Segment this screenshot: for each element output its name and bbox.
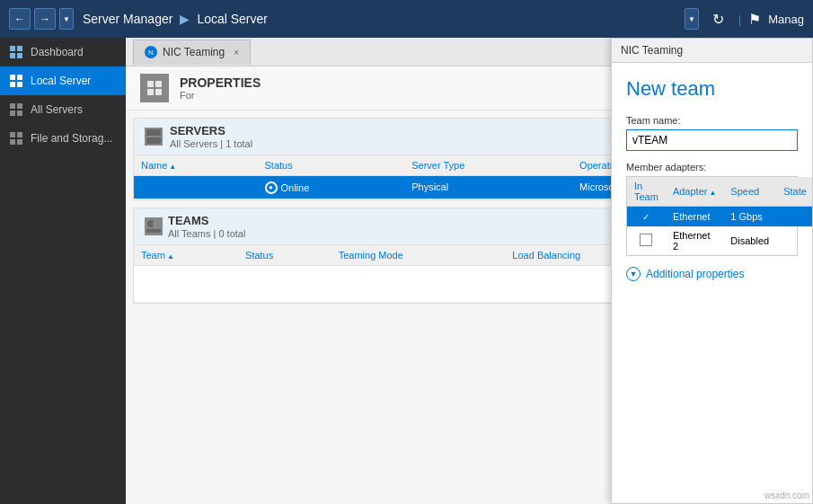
team-name-input[interactable] xyxy=(626,129,798,151)
expand-icon: ▼ xyxy=(626,267,641,281)
additional-properties-label: Additional properties xyxy=(646,268,744,280)
cell-checkbox[interactable] xyxy=(627,226,666,255)
svg-rect-8 xyxy=(146,229,161,233)
cell-name xyxy=(134,176,258,199)
refresh-button[interactable]: ↻ xyxy=(706,6,731,31)
unchecked-checkbox-icon xyxy=(640,234,652,246)
checked-checkbox-icon: ✓ xyxy=(640,210,652,223)
online-circle-icon: ● xyxy=(265,181,278,194)
modal-title: NIC Teaming xyxy=(621,44,683,57)
col-speed[interactable]: Speed xyxy=(723,177,776,207)
teams-title-block: TEAMS All Teams | 0 total xyxy=(168,214,245,239)
nic-teaming-modal: NIC Teaming New team Team name: Member a… xyxy=(611,38,813,504)
nic-teaming-tab-label: NIC Teaming xyxy=(163,46,225,58)
col-in-team[interactable]: In Team xyxy=(627,177,666,207)
member-adapters-table: In Team Adapter▲ Speed State Reason ✓ xyxy=(627,177,812,255)
servers-title: SERVERS xyxy=(170,124,252,137)
team-name-label: Team name: xyxy=(626,115,798,126)
cell-speed: Disabled xyxy=(723,226,776,255)
member-table-body: ✓ Ethernet 1 Gbps xyxy=(627,207,812,256)
title-separator: ▶ xyxy=(180,12,190,26)
cell-adapter: Ethernet xyxy=(666,207,723,227)
properties-text: PROPERTIES For xyxy=(180,75,261,101)
servers-subtitle: All Servers | 1 total xyxy=(170,138,252,149)
sidebar: Dashboard Local Server xyxy=(0,38,126,504)
cell-state xyxy=(776,226,812,255)
member-adapters-label: Member adapters: xyxy=(626,162,798,172)
cell-server-type: Physical xyxy=(404,176,572,199)
sidebar-item-label: Dashboard xyxy=(31,46,84,58)
svg-rect-3 xyxy=(155,89,162,95)
modal-content: New team Team name: Member adapters: In … xyxy=(612,63,812,503)
properties-icon xyxy=(140,74,169,102)
svg-rect-0 xyxy=(147,81,154,87)
properties-title: PROPERTIES xyxy=(180,75,261,90)
online-status: ● Online xyxy=(265,181,310,194)
svg-rect-4 xyxy=(146,129,161,136)
manage-label: Manag xyxy=(768,13,804,26)
sidebar-item-local-server[interactable]: Local Server xyxy=(0,66,126,95)
watermark: wsxdn.com xyxy=(764,491,809,500)
all-servers-icon xyxy=(9,102,23,117)
cell-status: ● Online xyxy=(258,176,405,199)
col-adapter[interactable]: Adapter▲ xyxy=(666,177,723,207)
sidebar-item-label: File and Storag... xyxy=(31,132,112,145)
cell-adapter: Ethernet 2 xyxy=(666,226,723,255)
table-row[interactable]: ✓ Ethernet 1 Gbps xyxy=(627,207,812,227)
location-title: Local Server xyxy=(197,12,268,26)
col-teaming-mode[interactable]: Teaming Mode xyxy=(331,245,506,266)
teams-icon xyxy=(145,217,163,235)
main-layout: Dashboard Local Server xyxy=(0,38,813,504)
additional-properties-toggle[interactable]: ▼ Additional properties xyxy=(626,267,798,281)
modal-title-bar: NIC Teaming xyxy=(612,39,812,63)
member-table-header: In Team Adapter▲ Speed State Reason xyxy=(627,177,812,207)
app-title: Server Manager xyxy=(83,12,172,26)
nic-teaming-tab-icon: N xyxy=(145,46,157,58)
svg-point-7 xyxy=(153,220,160,227)
divider: | xyxy=(738,13,741,26)
sidebar-item-label: Local Server xyxy=(31,75,91,87)
servers-title-block: SERVERS All Servers | 1 total xyxy=(170,124,252,149)
sidebar-item-file-storage[interactable]: File and Storag... xyxy=(0,124,126,153)
location-dropdown[interactable]: ▼ xyxy=(685,8,699,30)
teams-subtitle: All Teams | 0 total xyxy=(168,228,245,239)
tab-close-button[interactable]: × xyxy=(234,48,239,57)
new-team-title: New team xyxy=(626,77,798,101)
cell-speed: 1 Gbps xyxy=(723,207,776,227)
svg-rect-1 xyxy=(155,81,162,87)
nav-controls[interactable]: ← → ▼ xyxy=(9,8,74,30)
col-state[interactable]: State xyxy=(776,177,812,207)
file-storage-icon xyxy=(9,131,23,146)
col-team-status[interactable]: Status xyxy=(238,245,331,266)
svg-rect-2 xyxy=(147,89,154,95)
dashboard-icon xyxy=(9,45,23,59)
sidebar-item-all-servers[interactable]: All Servers xyxy=(0,95,126,124)
flag-icon: ⚑ xyxy=(748,11,761,28)
properties-subtitle: For xyxy=(180,90,261,101)
cell-checkbox[interactable]: ✓ xyxy=(627,207,666,227)
col-status[interactable]: Status xyxy=(258,155,405,176)
cell-state xyxy=(776,207,812,227)
nic-teaming-tab[interactable]: N NIC Teaming × xyxy=(133,40,251,65)
title-bar: ← → ▼ Server Manager ▶ Local Server ▼ ↻ … xyxy=(0,0,813,38)
nav-dropdown-button[interactable]: ▼ xyxy=(59,8,74,30)
col-name[interactable]: Name▲ xyxy=(134,155,258,176)
member-adapters-table-container: In Team Adapter▲ Speed State Reason ✓ xyxy=(626,176,798,256)
col-team[interactable]: Team▲ xyxy=(134,245,238,266)
svg-rect-5 xyxy=(146,137,161,144)
local-server-icon xyxy=(9,74,23,88)
forward-button[interactable]: → xyxy=(34,8,56,30)
title-bar-right: ▼ ↻ | ⚑ Manag xyxy=(681,6,804,31)
teams-title: TEAMS xyxy=(168,214,245,227)
sidebar-item-label: All Servers xyxy=(31,103,83,116)
servers-icon xyxy=(145,128,163,146)
table-row[interactable]: Ethernet 2 Disabled xyxy=(627,226,812,255)
sidebar-item-dashboard[interactable]: Dashboard xyxy=(0,38,126,66)
back-button[interactable]: ← xyxy=(9,8,31,30)
content-area: N NIC Teaming × – □ PROPERTIES For xyxy=(126,38,813,504)
col-server-type[interactable]: Server Type xyxy=(404,155,572,176)
